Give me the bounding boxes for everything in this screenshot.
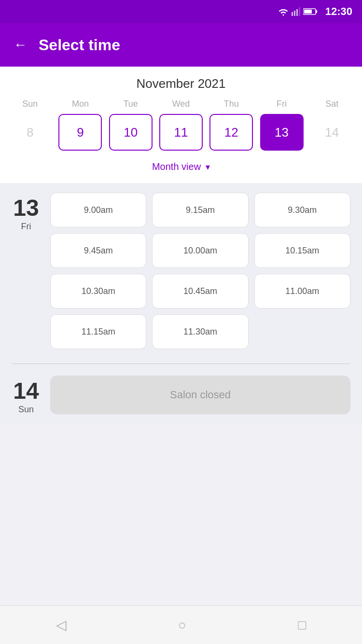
nav-home-button[interactable]: ○ <box>178 617 186 633</box>
day-name-13: Fri <box>21 222 31 232</box>
nav-back-button[interactable]: ◁ <box>56 617 67 633</box>
section-divider <box>12 364 350 364</box>
day-block-14: 14 Sun Salon closed <box>12 376 350 415</box>
day-cell-9[interactable]: 9 <box>58 114 102 151</box>
day-header-fri: Fri <box>259 99 305 109</box>
month-view-toggle[interactable]: Month view ▾ <box>5 155 357 178</box>
week-row: 8 9 10 11 12 13 14 <box>5 114 357 151</box>
day-name-14: Sun <box>18 405 34 415</box>
day-cell-14[interactable]: 14 <box>310 114 354 151</box>
wifi-icon <box>278 7 289 16</box>
day-number-14: 14 <box>13 379 39 403</box>
day-cell-8[interactable]: 8 <box>8 114 52 151</box>
calendar-section: November 2021 Sun Mon Tue Wed Thu Fri Sa… <box>0 67 362 183</box>
day-cell-11[interactable]: 11 <box>159 114 203 151</box>
time-grid-13: 9.00am 9.15am 9.30am 9.45am 10.00am 10.1… <box>50 193 350 349</box>
time-slot-1030[interactable]: 10.30am <box>50 274 146 308</box>
time-slot-930[interactable]: 9.30am <box>254 193 350 227</box>
day-cell-10[interactable]: 10 <box>109 114 153 151</box>
time-slot-1015[interactable]: 10.15am <box>254 233 350 268</box>
time-slot-915[interactable]: 9.15am <box>152 193 248 227</box>
svg-rect-3 <box>299 7 300 16</box>
day-header-wed: Wed <box>158 99 204 109</box>
nav-recent-button[interactable]: □ <box>298 617 306 633</box>
bottom-nav: ◁ ○ □ <box>0 605 362 644</box>
time-slot-1100[interactable]: 11.00am <box>254 274 350 308</box>
day-number-13: 13 <box>13 196 39 220</box>
day-header-tue: Tue <box>108 99 153 109</box>
svg-rect-1 <box>294 11 295 16</box>
time-slot-1000[interactable]: 10.00am <box>152 233 248 268</box>
time-slot-1115[interactable]: 11.15am <box>50 314 146 349</box>
day-header-sun: Sun <box>7 99 53 109</box>
back-button[interactable]: ← <box>14 37 27 53</box>
day-cell-12[interactable]: 12 <box>209 114 253 151</box>
time-slot-1045[interactable]: 10.45am <box>152 274 248 308</box>
svg-rect-6 <box>304 10 312 14</box>
battery-icon <box>303 8 318 15</box>
svg-rect-0 <box>292 12 293 16</box>
salon-closed-message: Salon closed <box>50 376 350 414</box>
month-view-label: Month view <box>152 161 201 172</box>
time-slot-945[interactable]: 9.45am <box>50 233 146 268</box>
timeslots-section: 13 Fri 9.00am 9.15am 9.30am 9.45am 10.00… <box>0 183 362 424</box>
app-header: ← Select time <box>0 23 362 67</box>
day-block-13: 13 Fri 9.00am 9.15am 9.30am 9.45am 10.00… <box>12 193 350 349</box>
signal-icon <box>292 7 300 16</box>
time-slot-900[interactable]: 9.00am <box>50 193 146 227</box>
day-header-mon: Mon <box>57 99 103 109</box>
day-header-sat: Sat <box>309 99 355 109</box>
day-header-thu: Thu <box>209 99 254 109</box>
month-year-label: November 2021 <box>5 76 357 91</box>
status-icons <box>278 7 318 16</box>
svg-rect-2 <box>296 9 298 16</box>
status-time: 12:30 <box>325 5 352 18</box>
day-cell-13[interactable]: 13 <box>260 114 304 151</box>
day-headers-row: Sun Mon Tue Wed Thu Fri Sat <box>5 99 357 109</box>
page-title: Select time <box>39 36 120 54</box>
chevron-down-icon: ▾ <box>206 162 210 172</box>
status-bar: 12:30 <box>0 0 362 23</box>
day-label-13: 13 Fri <box>12 193 41 349</box>
time-slot-1130[interactable]: 11.30am <box>152 314 248 349</box>
day-label-14: 14 Sun <box>12 376 41 415</box>
svg-rect-5 <box>316 10 317 13</box>
